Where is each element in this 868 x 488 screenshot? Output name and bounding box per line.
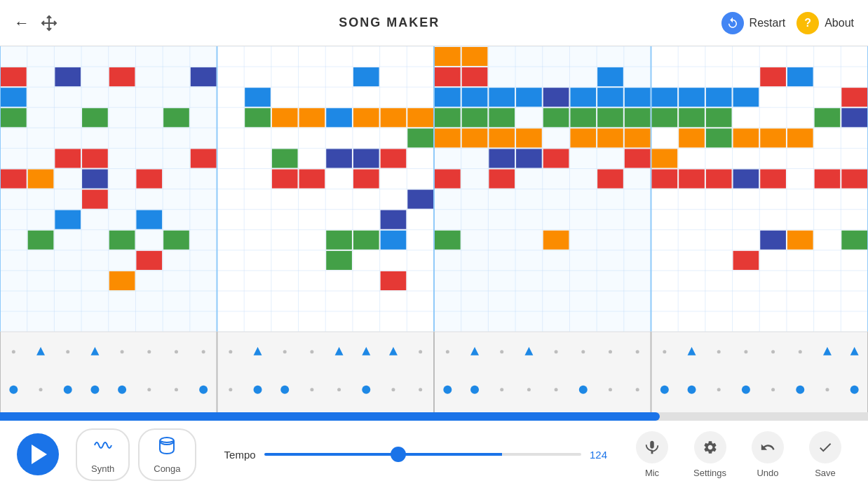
save-label: Save [815, 468, 836, 478]
save-icon-circle [809, 431, 841, 463]
back-icon: ← [14, 14, 29, 32]
conga-icon [157, 435, 177, 459]
restart-label: Restart [750, 17, 786, 29]
undo-button[interactable]: Undo [742, 426, 794, 484]
save-icon [818, 440, 833, 455]
tempo-slider[interactable] [264, 453, 581, 456]
save-button[interactable]: Save [799, 426, 851, 484]
settings-icon [703, 440, 718, 455]
tempo-label: Tempo [224, 449, 256, 461]
undo-icon-circle [752, 431, 784, 463]
about-button[interactable]: ? About [796, 12, 854, 34]
synth-button[interactable]: Synth [76, 428, 130, 481]
song-grid-container[interactable] [0, 46, 868, 412]
tempo-section: Tempo 124 [224, 449, 615, 461]
restart-icon [721, 12, 744, 34]
mic-icon-circle [636, 431, 668, 463]
about-label: About [825, 17, 854, 29]
undo-label: Undo [757, 468, 778, 478]
page-title: SONG MAKER [57, 15, 721, 30]
progress-bar-fill [0, 412, 660, 421]
progress-bar-container [0, 412, 868, 421]
restart-button[interactable]: Restart [721, 12, 786, 34]
undo-icon [760, 440, 775, 455]
synth-label: Synth [91, 463, 114, 474]
move-icon [41, 15, 57, 32]
header-right: Restart ? About [721, 12, 854, 34]
about-icon: ? [796, 12, 819, 34]
song-grid[interactable] [0, 46, 868, 412]
bottom-controls: Synth Conga Tempo 124 Mic [0, 421, 868, 488]
settings-label: Settings [693, 468, 726, 478]
instrument-group: Synth Conga [76, 428, 196, 481]
settings-icon-circle [694, 431, 726, 463]
header-left: ← [14, 14, 57, 32]
mic-label: Mic [645, 468, 659, 478]
conga-label: Conga [154, 463, 180, 474]
header: ← SONG MAKER Restart ? About [0, 0, 868, 46]
move-button[interactable] [41, 15, 57, 32]
right-controls: Mic Settings Undo Save [626, 426, 851, 484]
back-button[interactable]: ← [14, 14, 29, 32]
mic-icon [644, 440, 660, 455]
mic-button[interactable]: Mic [626, 426, 678, 484]
play-icon [32, 445, 47, 464]
play-button[interactable] [17, 433, 59, 475]
settings-button[interactable]: Settings [684, 426, 736, 484]
synth-icon [93, 435, 113, 459]
conga-button[interactable]: Conga [138, 428, 196, 481]
tempo-value: 124 [590, 449, 615, 461]
